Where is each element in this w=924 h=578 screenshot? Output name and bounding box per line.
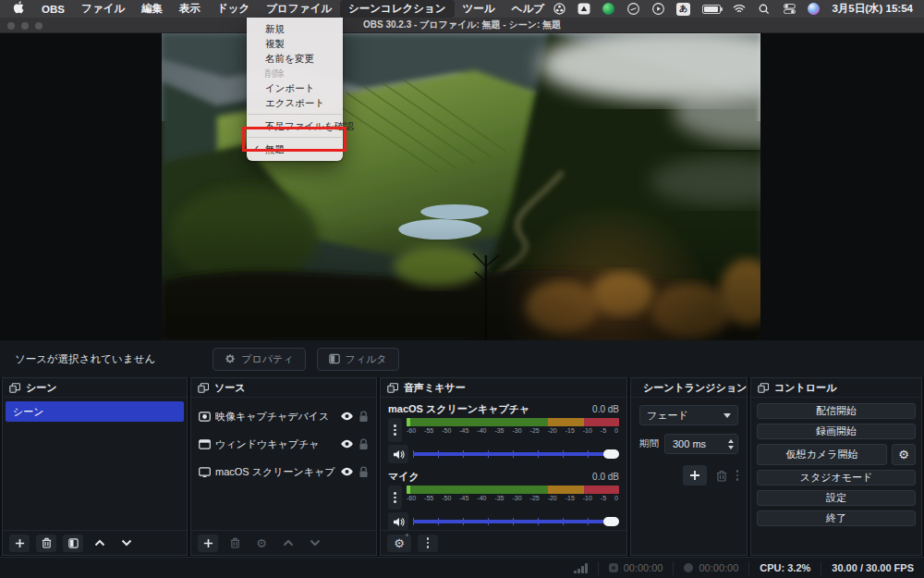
move-source-down-button[interactable] <box>305 535 325 552</box>
visibility-eye-icon[interactable] <box>340 439 354 449</box>
exit-button[interactable]: 終了 <box>757 510 916 526</box>
settings-button[interactable]: 設定 <box>757 490 916 506</box>
transition-select[interactable]: フェード <box>639 405 738 425</box>
obs-status-icon[interactable] <box>553 3 565 16</box>
add-scene-button[interactable] <box>9 535 30 552</box>
remove-scene-button[interactable] <box>36 535 56 552</box>
menu-help[interactable]: ヘルプ <box>504 0 553 18</box>
menu-item-rename[interactable]: 名前を変更 <box>247 51 343 66</box>
menubar-clock[interactable]: 3月5日(水) 15:54 <box>832 2 913 16</box>
dock-panel-icon <box>198 383 209 393</box>
zoom-window-button[interactable] <box>35 22 43 30</box>
traffic-lights <box>7 22 43 30</box>
meter-scale: -60-55-50-45-40-35-30-25-20-15-10-50 <box>407 495 619 501</box>
virtual-camera-settings-button[interactable]: ⚙ <box>892 444 916 465</box>
menu-profile[interactable]: プロファイル <box>258 0 340 18</box>
channel-menu-button[interactable] <box>388 486 402 510</box>
spin-down-icon[interactable] <box>728 446 734 449</box>
channel-menu-button[interactable] <box>388 418 402 442</box>
source-label: ウィンドウキャプチャ <box>215 437 335 451</box>
advanced-audio-gear-icon[interactable]: ⚙° <box>387 535 411 552</box>
volume-slider-handle[interactable] <box>603 449 619 459</box>
remove-transition-button[interactable] <box>716 470 727 482</box>
lock-icon[interactable] <box>359 438 369 450</box>
battery-icon[interactable] <box>702 5 721 14</box>
play-circle-icon[interactable] <box>651 3 664 16</box>
menu-item-delete: 削除 <box>247 66 343 80</box>
apple-menu[interactable] <box>0 1 33 17</box>
menu-scene-collection[interactable]: シーンコレクション <box>340 0 455 18</box>
menu-tools[interactable]: ツール <box>455 0 504 18</box>
preview-canvas[interactable] <box>0 33 924 340</box>
dock-panel-icon <box>387 383 398 393</box>
menu-file[interactable]: ファイル <box>73 0 133 18</box>
menu-item-duplicate[interactable]: 複製 <box>247 36 343 51</box>
menu-item-new[interactable]: 新規 <box>247 21 343 36</box>
scenes-panel-header[interactable]: シーン <box>3 378 187 398</box>
mixer-panel-header[interactable]: 音声ミキサー <box>381 378 626 398</box>
move-source-up-button[interactable] <box>278 535 298 552</box>
volume-slider-handle[interactable] <box>603 517 619 526</box>
minimize-window-button[interactable] <box>21 22 29 30</box>
green-orb-icon[interactable] <box>602 3 614 15</box>
wifi-icon[interactable] <box>733 3 746 16</box>
sources-panel-header[interactable]: ソース <box>191 378 376 398</box>
lock-icon[interactable] <box>359 411 369 423</box>
spin-up-icon[interactable] <box>728 439 734 443</box>
scenes-panel: シーン シーン <box>2 377 188 556</box>
ime-input-badge[interactable]: あ <box>676 3 690 16</box>
source-row-window-capture[interactable]: ウィンドウキャプチャ <box>191 430 376 458</box>
mixer-channel-mic: マイク 0.0 dB -60-55-50-45-40-35-30-25-20-1… <box>388 469 619 531</box>
menu-view[interactable]: 表示 <box>171 0 209 18</box>
controls-panel: コントロール 配信開始 録画開始 仮想カメラ開始 ⚙ スタジオモード 設定 終了 <box>750 377 922 556</box>
source-properties-button[interactable]: ⚙ <box>251 535 272 552</box>
move-scene-up-button[interactable] <box>90 535 110 552</box>
duration-spinbox[interactable]: 300 ms <box>664 434 738 454</box>
mute-speaker-button[interactable] <box>388 445 408 463</box>
volume-slider[interactable] <box>413 514 619 529</box>
mute-speaker-button[interactable] <box>388 512 408 531</box>
scene-filters-button[interactable] <box>63 535 83 552</box>
menu-item-import[interactable]: インポート <box>247 80 343 95</box>
add-source-button[interactable] <box>198 535 218 552</box>
volume-slider[interactable] <box>413 447 619 461</box>
menu-dock[interactable]: ドック <box>209 0 258 18</box>
start-virtual-camera-button[interactable]: 仮想カメラ開始 <box>757 444 887 465</box>
apple-logo-icon <box>13 1 24 14</box>
spinner-arrows[interactable] <box>728 439 734 449</box>
transitions-panel-header[interactable]: シーントランジション <box>631 378 747 398</box>
start-streaming-button[interactable]: 配信開始 <box>757 403 916 419</box>
siri-icon[interactable] <box>808 3 820 15</box>
screen-record-icon[interactable] <box>578 3 590 16</box>
cpu-usage-value: CPU: 3.2% <box>760 562 810 573</box>
menubar-status-area: あ 3月5日(水) 15:54 <box>553 2 924 16</box>
mixer-menu-kebab-button[interactable] <box>418 535 438 552</box>
source-row-screen-capture[interactable]: macOS スクリーンキャプチャ <box>191 458 376 486</box>
add-transition-button[interactable] <box>683 465 707 486</box>
filters-button[interactable]: フィルタ <box>317 348 399 371</box>
lock-icon[interactable] <box>359 466 369 478</box>
remove-source-button[interactable] <box>225 535 245 552</box>
menu-obs[interactable]: OBS <box>33 0 73 18</box>
channel-db-value: 0.0 dB <box>592 472 619 482</box>
fps-value: 30.00 / 30.00 FPS <box>832 562 914 573</box>
transition-menu-kebab-button[interactable] <box>736 470 739 481</box>
adobe-cc-icon[interactable] <box>626 3 639 16</box>
properties-button[interactable]: プロパティ <box>213 348 305 371</box>
visibility-eye-icon[interactable] <box>340 412 354 421</box>
move-scene-down-button[interactable] <box>116 535 137 552</box>
start-recording-button[interactable]: 録画開始 <box>757 424 916 439</box>
search-icon[interactable] <box>758 3 771 16</box>
close-window-button[interactable] <box>7 22 15 30</box>
visibility-eye-icon[interactable] <box>340 467 354 476</box>
gear-icon <box>225 353 236 364</box>
scene-list-item-selected[interactable]: シーン <box>6 401 184 422</box>
control-center-icon[interactable] <box>783 3 796 16</box>
camera-icon <box>199 412 211 422</box>
controls-panel-header[interactable]: コントロール <box>751 378 921 398</box>
filter-icon <box>329 353 340 364</box>
studio-mode-button[interactable]: スタジオモード <box>757 470 916 486</box>
menu-edit[interactable]: 編集 <box>133 0 171 18</box>
source-row-video-capture[interactable]: 映像キャプチャデバイス <box>191 402 376 430</box>
menu-item-export[interactable]: エクスポート <box>247 95 343 110</box>
